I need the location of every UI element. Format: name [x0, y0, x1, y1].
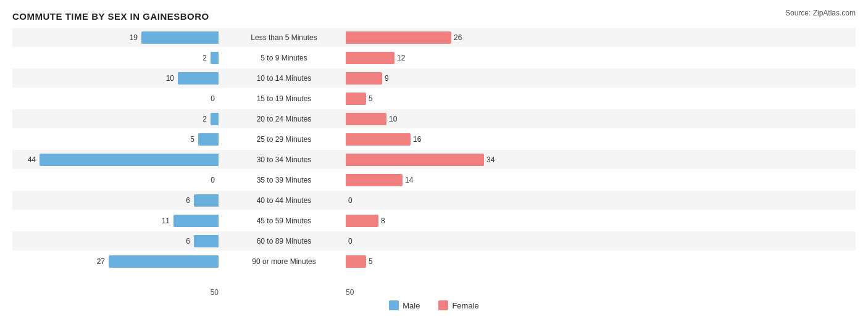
chart-row: 6 60 to 89 Minutes 0 — [12, 231, 856, 250]
row-label: 25 to 29 Minutes — [222, 135, 346, 144]
legend-female: Female — [438, 300, 478, 310]
female-bar — [346, 255, 366, 268]
legend-female-box — [438, 300, 448, 310]
male-bar-wrap: 0 — [12, 174, 219, 186]
male-value: 27 — [86, 257, 105, 266]
male-bar-wrap: 19 — [12, 31, 219, 44]
chart-row: 0 35 to 39 Minutes 14 — [12, 170, 856, 189]
female-value: 34 — [484, 155, 503, 164]
male-bar — [178, 72, 219, 85]
male-value: 2 — [188, 54, 207, 62]
chart-row: 5 25 to 29 Minutes 16 — [12, 130, 856, 149]
female-value: 0 — [346, 196, 364, 205]
chart-row: 19 Less than 5 Minutes 26 — [12, 28, 856, 47]
male-bar-wrap: 0 — [12, 93, 219, 105]
chart-container: COMMUTE TIME BY SEX IN GAINESBORO Source… — [0, 0, 868, 322]
female-value: 9 — [382, 74, 401, 83]
right-section: 34 — [346, 154, 556, 166]
row-label: 20 to 24 Minutes — [222, 115, 346, 123]
female-value: 16 — [411, 135, 429, 144]
male-value: 0 — [196, 94, 215, 103]
axis-label-left: 50 — [12, 288, 222, 297]
axis-label-right: 50 — [346, 288, 856, 297]
right-section: 0 — [346, 194, 556, 207]
left-section: 6 — [12, 194, 222, 207]
male-bar — [211, 52, 219, 64]
right-section: 10 — [346, 113, 556, 125]
row-label: 90 or more Minutes — [222, 257, 346, 266]
male-bar-wrap: 10 — [12, 72, 219, 85]
male-bar — [194, 235, 219, 247]
female-bar — [346, 113, 386, 125]
male-value: 44 — [17, 155, 36, 164]
male-value: 5 — [176, 135, 194, 144]
female-value: 10 — [386, 115, 405, 123]
right-section: 12 — [346, 52, 556, 64]
row-label: 35 to 39 Minutes — [222, 176, 346, 184]
left-section: 2 — [12, 113, 222, 125]
female-value: 5 — [366, 257, 385, 266]
male-value: 10 — [156, 74, 174, 83]
row-label: 45 to 59 Minutes — [222, 217, 346, 225]
row-label: 10 to 14 Minutes — [222, 74, 346, 83]
left-section: 44 — [12, 154, 222, 166]
female-bar — [346, 93, 366, 105]
chart-row: 2 20 to 24 Minutes 10 — [12, 109, 856, 128]
male-value: 0 — [196, 176, 215, 184]
male-bar-wrap: 11 — [12, 215, 219, 227]
male-bar — [40, 154, 219, 166]
chart-row: 0 15 to 19 Minutes 5 — [12, 89, 856, 108]
male-value: 6 — [172, 196, 190, 205]
chart-row: 6 40 to 44 Minutes 0 — [12, 191, 856, 210]
left-section: 5 — [12, 133, 222, 146]
right-section: 9 — [346, 72, 556, 85]
male-bar — [194, 194, 219, 207]
legend: Male Female — [12, 300, 856, 310]
male-value: 2 — [188, 115, 207, 123]
female-bar — [346, 154, 484, 166]
right-section: 8 — [346, 215, 556, 227]
female-bar — [346, 133, 411, 146]
chart-row: 27 90 or more Minutes 5 — [12, 252, 856, 271]
male-value: 6 — [172, 237, 190, 246]
source-label: Source: ZipAtlas.com — [785, 9, 856, 17]
row-label: Less than 5 Minutes — [222, 33, 346, 42]
female-value: 14 — [403, 176, 421, 184]
male-bar — [109, 255, 219, 268]
male-bar-wrap: 2 — [12, 52, 219, 64]
female-value: 8 — [378, 217, 397, 225]
left-section: 2 — [12, 52, 222, 64]
male-bar — [211, 113, 219, 125]
row-label: 5 to 9 Minutes — [222, 54, 346, 62]
left-section: 11 — [12, 215, 222, 227]
male-bar-wrap: 5 — [12, 133, 219, 146]
left-section: 10 — [12, 72, 222, 85]
left-section: 6 — [12, 235, 222, 247]
male-bar-wrap: 27 — [12, 255, 219, 268]
right-section: 26 — [346, 31, 556, 44]
female-value: 5 — [366, 94, 385, 103]
male-bar-wrap: 6 — [12, 235, 219, 247]
row-label: 40 to 44 Minutes — [222, 196, 346, 205]
chart-title: COMMUTE TIME BY SEX IN GAINESBORO — [12, 11, 856, 22]
male-bar-wrap: 44 — [12, 154, 219, 166]
male-bar — [198, 133, 219, 146]
row-label: 60 to 89 Minutes — [222, 237, 346, 246]
left-section: 0 — [12, 174, 222, 186]
chart-row: 10 10 to 14 Minutes 9 — [12, 68, 856, 88]
female-bar — [346, 31, 451, 44]
right-section: 14 — [346, 174, 556, 186]
female-value: 0 — [346, 237, 364, 246]
male-bar — [141, 31, 219, 44]
chart-row: 2 5 to 9 Minutes 12 — [12, 48, 856, 67]
right-section: 0 — [346, 235, 556, 247]
male-bar — [173, 215, 219, 227]
left-section: 19 — [12, 31, 222, 44]
female-value: 12 — [394, 54, 413, 62]
row-label: 15 to 19 Minutes — [222, 94, 346, 103]
female-bar — [346, 174, 403, 186]
row-label: 30 to 34 Minutes — [222, 155, 346, 164]
right-section: 16 — [346, 133, 556, 146]
right-section: 5 — [346, 255, 556, 268]
male-value: 11 — [151, 217, 170, 225]
